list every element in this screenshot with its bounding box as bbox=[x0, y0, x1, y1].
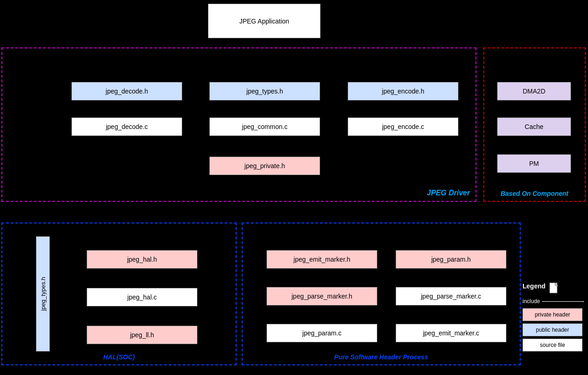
legend-source-file: source file bbox=[523, 339, 582, 352]
hal-soc-label: HAL(SOC) bbox=[103, 353, 135, 361]
file-jpeg-types-h: jpeg_types.h bbox=[209, 82, 320, 100]
legend-public-header: public header bbox=[523, 323, 582, 336]
file-jpeg-emit-marker-c: jpeg_emit_marker.c bbox=[396, 324, 506, 342]
jpeg-application-label: JPEG Application bbox=[239, 18, 289, 25]
doc-icon bbox=[549, 282, 559, 295]
file-jpeg-param-h: jpeg_param.h bbox=[396, 250, 506, 269]
legend-private-header: private header bbox=[523, 308, 582, 321]
vertical-jpeg-types-h: jpeg_types.h bbox=[36, 236, 50, 352]
diagram-container: JPEG Application JPEG Driver Based On Co… bbox=[0, 0, 588, 375]
file-dma2d: DMA2D bbox=[497, 82, 571, 100]
file-jpeg-decode-c: jpeg_decode.c bbox=[71, 117, 182, 136]
file-jpeg-hal-h: jpeg_hal.h bbox=[87, 250, 197, 269]
file-jpeg-emit-marker-h: jpeg_emit_marker.h bbox=[267, 250, 377, 269]
file-jpeg-parse-marker-h: jpeg_parse_marker.h bbox=[267, 287, 377, 305]
file-jpeg-ll-h: jpeg_ll.h bbox=[87, 326, 197, 344]
file-jpeg-hal-c: jpeg_hal.c bbox=[87, 288, 197, 306]
legend: Legend include → private header public h… bbox=[523, 282, 587, 354]
based-on-component-label: Based On Component bbox=[500, 190, 568, 197]
legend-title: Legend bbox=[523, 282, 546, 290]
file-jpeg-private-h: jpeg_private.h bbox=[209, 157, 320, 175]
file-cache: Cache bbox=[497, 117, 571, 136]
jpeg-driver-label: JPEG Driver bbox=[427, 189, 470, 197]
file-jpeg-encode-h: jpeg_encode.h bbox=[348, 82, 458, 100]
file-jpeg-decode-h: jpeg_decode.h bbox=[71, 82, 182, 100]
file-jpeg-encode-c: jpeg_encode.c bbox=[348, 117, 458, 136]
legend-include-row: include → bbox=[523, 298, 582, 305]
file-jpeg-parse-marker-c: jpeg_parse_marker.c bbox=[396, 287, 506, 305]
jpeg-application-box: JPEG Application bbox=[208, 4, 321, 38]
legend-include-text: include bbox=[523, 298, 540, 305]
file-pm: PM bbox=[497, 154, 571, 173]
file-jpeg-param-c: jpeg_param.c bbox=[267, 324, 377, 342]
file-jpeg-common-c: jpeg_common.c bbox=[209, 117, 320, 136]
pure-software-label: Pure Software Header Process bbox=[334, 353, 428, 361]
legend-include-arrow: → bbox=[542, 301, 582, 302]
